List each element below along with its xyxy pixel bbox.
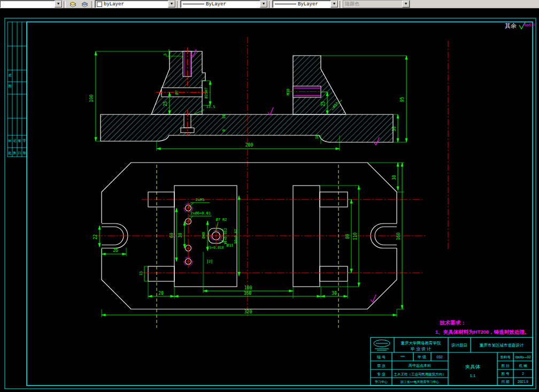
svg-text:032: 032 bbox=[436, 355, 443, 359]
color-value: byLayer bbox=[102, 2, 168, 7]
svg-text:标: 标 bbox=[8, 139, 12, 143]
svg-text:组 号: 组 号 bbox=[377, 355, 386, 359]
svg-text:2: 2 bbox=[522, 372, 524, 375]
chevron-down-icon[interactable]: ▼ bbox=[168, 1, 175, 7]
dim-label: Ø25H7 bbox=[204, 87, 209, 98]
svg-text:字: 字 bbox=[23, 139, 26, 142]
toolbar-separator bbox=[64, 1, 66, 8]
layer-sheet-icon bbox=[69, 1, 77, 7]
dim-label: 5 bbox=[163, 53, 167, 56]
chevron-down-icon[interactable]: ▼ bbox=[330, 1, 338, 7]
dim-label: 15+0.018 bbox=[207, 245, 224, 250]
project-label: 设计题目 bbox=[451, 343, 467, 348]
svg-text:期: 期 bbox=[23, 151, 26, 155]
chevron-down-icon[interactable]: ▼ bbox=[55, 1, 62, 7]
dim-label: 13.5 bbox=[206, 105, 215, 109]
svg-text:机 械: 机 械 bbox=[519, 364, 527, 367]
make-object-layer-current-button[interactable] bbox=[67, 1, 79, 8]
svg-text:土木工程（工业与民用建筑方向）: 土木工程（工业与民用建筑方向） bbox=[394, 372, 446, 376]
dim-label: 100 bbox=[89, 95, 94, 103]
dim-label: 22 bbox=[93, 234, 98, 240]
school-subtitle: 毕 业 设 计 bbox=[411, 347, 432, 351]
dim-label: 20 bbox=[158, 291, 164, 296]
lineweight-control-combo[interactable]: ByLayer ▼ bbox=[272, 0, 338, 8]
dim-label: 95 bbox=[400, 97, 405, 102]
dim-label: 2 bbox=[209, 259, 211, 264]
svg-text:浙江省××电大教育学习中心: 浙江省××电大教育学习中心 bbox=[400, 380, 439, 384]
linetype-sample-icon bbox=[183, 4, 204, 4]
toolbar-separator bbox=[269, 1, 271, 8]
dim-label: 25 bbox=[321, 101, 326, 106]
dim-label: 2xM5 bbox=[196, 198, 205, 202]
svg-text:年 级: 年 级 bbox=[418, 355, 426, 359]
surface-note-prefix: 其余 bbox=[505, 22, 517, 29]
svg-text:专 业: 专 业 bbox=[377, 372, 386, 376]
svg-text:daolu—02: daolu—02 bbox=[515, 355, 531, 359]
dim-label: 80 bbox=[345, 234, 350, 239]
dim-label: Ø7 R2 bbox=[215, 218, 227, 222]
dim-label: 200 bbox=[245, 143, 253, 148]
linetype-control-combo[interactable]: ByLayer ▼ bbox=[180, 0, 268, 8]
toolbar-separator bbox=[177, 1, 179, 8]
dim-label: 160 bbox=[244, 291, 252, 296]
svg-text:***: *** bbox=[401, 355, 405, 359]
dim-label: 30 bbox=[392, 126, 397, 132]
properties-toolbar: ▼ byLayer ▼ ByLayer ▼ bbox=[0, 0, 539, 9]
dim-label: 30 bbox=[178, 233, 183, 238]
dim-label: 10 bbox=[222, 114, 226, 119]
surface-note-value: Ra6.3 bbox=[523, 22, 535, 27]
svg-text:签: 签 bbox=[18, 139, 21, 142]
school-name: 重庆大学网络教育学院 bbox=[401, 341, 442, 345]
dim-label: 30 bbox=[392, 175, 397, 180]
plotstyle-control-combo: 随颜色 ▼ bbox=[343, 0, 410, 8]
dim-label: 25 bbox=[163, 101, 168, 106]
dim-label: 110 bbox=[353, 233, 358, 241]
layers-stack-icon bbox=[81, 1, 89, 7]
tech-req-line: 1、夹具体材料为HT200，铸造时效处理。 bbox=[435, 329, 529, 335]
drawing-canvas[interactable]: 底 图 标 记 签 字 处 数 日 期 其余 Ra6.3 bbox=[0, 9, 539, 392]
dim-label: 8 bbox=[222, 129, 226, 132]
dim-label: 160 bbox=[396, 233, 401, 241]
svg-text:高中起点本科: 高中起点本科 bbox=[409, 364, 431, 368]
dim-label: 26 bbox=[113, 248, 118, 253]
linetype-value: ByLayer bbox=[204, 2, 260, 7]
dim-label: 30 bbox=[332, 291, 337, 296]
dim-label: 2xØ6+0.01 bbox=[190, 211, 211, 216]
tech-req-title: 技术要求： bbox=[439, 320, 466, 326]
svg-text:数: 数 bbox=[13, 151, 17, 155]
plotstyle-value: 随颜色 bbox=[343, 1, 402, 7]
svg-text:图 别: 图 别 bbox=[502, 364, 510, 368]
dim-label: 320 bbox=[244, 310, 252, 314]
color-control-combo[interactable]: byLayer ▼ bbox=[95, 0, 176, 8]
dim-label: 14+0.012 bbox=[224, 228, 228, 244]
dim-label: 60 bbox=[170, 233, 174, 238]
toolbar-separator bbox=[91, 1, 94, 8]
dim-label: 15 bbox=[139, 271, 143, 275]
layer-previous-button[interactable] bbox=[79, 1, 90, 8]
chevron-down-icon: ▼ bbox=[402, 1, 410, 7]
svg-text:图 号: 图 号 bbox=[502, 372, 510, 375]
svg-text:学习中心: 学习中心 bbox=[375, 380, 388, 383]
dim-label: M10 bbox=[286, 89, 290, 96]
project-title: 重庆市某区城市道路设计 bbox=[480, 343, 524, 348]
dim-label: 90+0.02 bbox=[234, 229, 238, 243]
layer-control-combo[interactable]: ▼ bbox=[0, 0, 63, 8]
application-window: ▼ byLayer ▼ ByLayer ▼ bbox=[0, 0, 539, 392]
color-swatch-icon bbox=[97, 2, 102, 7]
lineweight-value: ByLayer bbox=[296, 2, 330, 7]
svg-text:资料号: 资料号 bbox=[500, 355, 511, 359]
dim-label: 100 bbox=[244, 286, 252, 290]
svg-text:日 期: 日 期 bbox=[502, 380, 510, 383]
drawing-scale: 1:1 bbox=[469, 373, 476, 378]
svg-text:日: 日 bbox=[18, 151, 21, 155]
svg-text:图: 图 bbox=[9, 84, 12, 88]
svg-text:底: 底 bbox=[9, 73, 12, 77]
dim-label: Ø40 bbox=[202, 232, 206, 239]
svg-text:处: 处 bbox=[8, 151, 12, 155]
toolbar-separator bbox=[340, 1, 342, 8]
chevron-down-icon[interactable]: ▼ bbox=[260, 1, 267, 7]
lineweight-sample-icon bbox=[275, 4, 296, 4]
dim-label: 10 bbox=[315, 135, 319, 139]
svg-text:记: 记 bbox=[13, 139, 17, 142]
part-name: 夹具体 bbox=[465, 364, 481, 370]
